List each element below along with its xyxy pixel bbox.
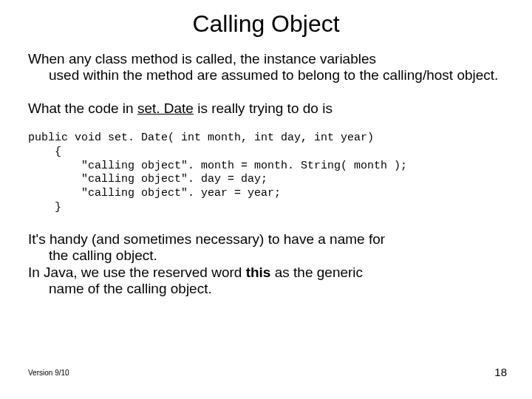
this-keyword: this — [246, 265, 271, 280]
slide: Calling Object When any class method is … — [0, 0, 532, 399]
paragraph-setdate: What the code in set. Date is really try… — [28, 100, 504, 117]
paragraph-this: It's handy (and sometimes necessary) to … — [28, 231, 504, 298]
p1-line1: When any class method is called, the ins… — [28, 51, 376, 66]
p3-line2b: as the generic — [270, 265, 363, 280]
page-number: 18 — [494, 366, 507, 378]
p3-cont2: name of the calling object. — [28, 281, 504, 297]
p3-cont1: the calling object. — [28, 248, 504, 264]
p3-line1: It's handy (and sometimes necessary) to … — [28, 231, 385, 247]
slide-title: Calling Object — [28, 10, 504, 38]
version-label: Version 9/10 — [28, 369, 69, 377]
p1-cont: used within the method are assumed to be… — [28, 67, 504, 83]
paragraph-intro: When any class method is called, the ins… — [28, 51, 504, 84]
p2-b: is really trying to do is — [194, 100, 332, 116]
p3-line2a: In Java, we use the reserved word — [28, 265, 246, 280]
code-block: public void set. Date( int month, int da… — [28, 132, 504, 215]
method-name: set. Date — [137, 100, 194, 116]
p2-a: What the code in — [28, 100, 137, 116]
